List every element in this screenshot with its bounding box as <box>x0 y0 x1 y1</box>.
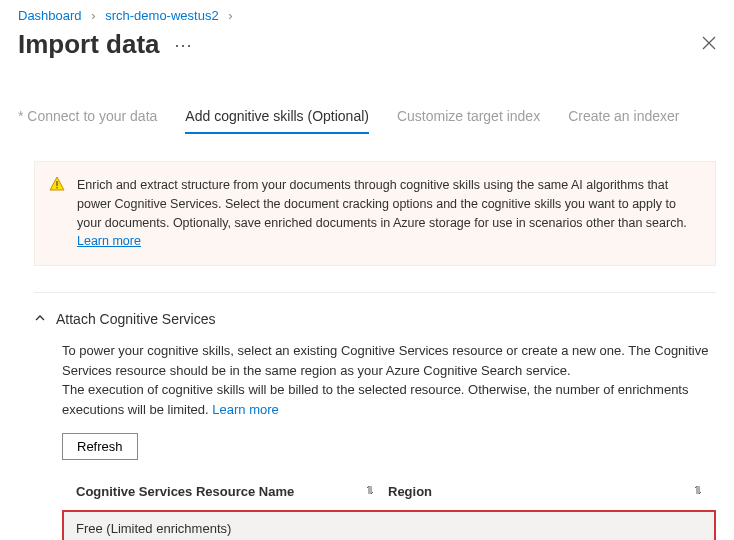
sort-icon[interactable] <box>692 482 704 502</box>
breadcrumb: Dashboard › srch-demo-westus2 › <box>0 0 734 23</box>
tab-create-indexer[interactable]: Create an indexer <box>568 108 679 134</box>
breadcrumb-item-dashboard[interactable]: Dashboard <box>18 8 82 23</box>
table-header: Cognitive Services Resource Name Region <box>62 476 716 508</box>
section-title: Attach Cognitive Services <box>56 311 216 327</box>
section-header[interactable]: Attach Cognitive Services <box>34 311 716 327</box>
resources-table: Cognitive Services Resource Name Region … <box>62 476 716 540</box>
sort-icon[interactable] <box>364 482 376 502</box>
refresh-button[interactable]: Refresh <box>62 433 138 460</box>
svg-rect-3 <box>56 181 57 186</box>
info-banner-text: Enrich and extract structure from your d… <box>77 176 699 251</box>
column-header-region[interactable]: Region <box>388 482 432 502</box>
page-title: Import data <box>18 29 160 60</box>
warning-icon <box>49 176 65 251</box>
tab-connect-data[interactable]: Connect to your data <box>18 108 157 134</box>
section-para-2: The execution of cognitive skills will b… <box>62 380 716 419</box>
more-icon[interactable]: ⋯ <box>174 34 193 56</box>
section-body: To power your cognitive skills, select a… <box>34 341 716 540</box>
learn-more-link[interactable]: Learn more <box>212 402 278 417</box>
close-icon[interactable] <box>702 36 716 53</box>
attach-cognitive-section: Attach Cognitive Services To power your … <box>34 292 716 540</box>
table-row[interactable]: Free (Limited enrichments) <box>62 510 716 541</box>
wizard-tabs: Connect to your data Add cognitive skill… <box>0 108 734 135</box>
svg-rect-4 <box>56 187 57 188</box>
section-para-1: To power your cognitive skills, select a… <box>62 341 716 380</box>
info-banner: Enrich and extract structure from your d… <box>34 161 716 266</box>
chevron-right-icon: › <box>91 8 95 23</box>
tab-cognitive-skills[interactable]: Add cognitive skills (Optional) <box>185 108 369 134</box>
page-header: Import data ⋯ <box>0 23 734 70</box>
chevron-up-icon <box>34 311 46 327</box>
learn-more-link[interactable]: Learn more <box>77 234 141 248</box>
breadcrumb-item-service[interactable]: srch-demo-westus2 <box>105 8 218 23</box>
tab-customize-index[interactable]: Customize target index <box>397 108 540 134</box>
chevron-right-icon: › <box>228 8 232 23</box>
column-header-name[interactable]: Cognitive Services Resource Name <box>76 482 294 502</box>
